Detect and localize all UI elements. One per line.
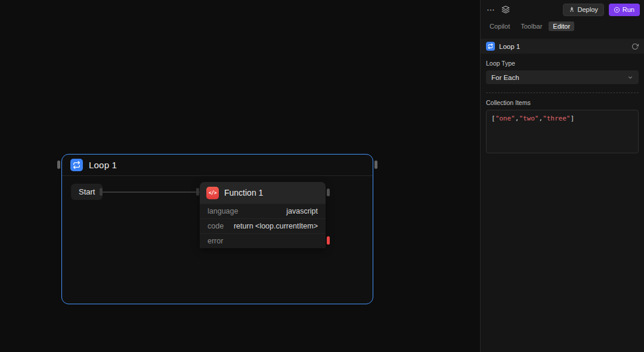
loop-output-handle[interactable] [374,160,377,169]
selected-node-bar[interactable]: Loop 1 [481,39,644,54]
row-value: javascript [286,207,318,215]
start-to-function-edge [103,192,200,193]
tab-copilot[interactable]: Copilot [485,21,514,31]
function-node-header[interactable]: </> Function 1 [200,182,326,203]
function-output-handle[interactable] [327,189,330,196]
run-button-label: Run [623,6,634,13]
layers-icon[interactable] [501,5,510,14]
code-token: "three" [543,115,570,122]
row-key: code [208,222,224,230]
function-row-language[interactable]: language javascript [200,203,326,218]
function-input-handle[interactable] [196,188,199,196]
loop-repeat-icon [70,159,83,171]
row-key: language [208,207,238,215]
loop-type-value: For Each [491,74,519,81]
dashed-divider [486,92,639,93]
loop-input-handle[interactable] [57,160,60,169]
collection-items-label: Collection Items [486,99,639,106]
loop-node-title: Loop 1 [89,160,117,170]
row-value: return <loop.currentItem> [234,222,318,230]
sidebar-toolbar: ⋯ Deploy [481,0,644,19]
refresh-icon[interactable] [631,43,639,50]
workflow-app: Loop 1 Start </> Function 1 language [0,0,644,352]
code-token: [ [491,115,496,122]
deploy-button-label: Deploy [578,6,598,13]
node-editor-form: Loop Type For Each Collection Items ["on… [481,60,644,153]
loop-type-select[interactable]: For Each [486,70,639,84]
start-node-label: Start [79,187,95,196]
right-sidebar: ⋯ Deploy [480,0,644,352]
run-button[interactable]: Run [609,4,640,16]
tab-editor[interactable]: Editor [549,21,574,31]
function-error-handle[interactable] [327,236,330,245]
loop-node[interactable]: Loop 1 Start </> Function 1 language [61,154,373,304]
sidebar-tabs: Copilot Toolbar Editor [481,20,644,33]
selected-node-title: Loop 1 [499,43,627,50]
tab-toolbar[interactable]: Toolbar [516,21,546,31]
more-options-button[interactable]: ⋯ [485,4,497,15]
chevron-down-icon [627,75,633,81]
code-token: "one" [496,115,515,122]
deploy-button[interactable]: Deploy [563,4,604,16]
code-token: ] [570,115,574,122]
play-icon [614,7,620,13]
function-node-title: Function 1 [224,188,263,197]
loop-type-label: Loop Type [486,60,639,67]
function-code-icon: </> [206,187,219,199]
function-node[interactable]: </> Function 1 language javascript code … [200,182,326,248]
function-row-code[interactable]: code return <loop.currentItem> [200,218,326,233]
code-token: "two" [519,115,538,122]
collection-items-input[interactable]: ["one","two","three"] [486,110,639,153]
rocket-icon [569,7,575,13]
row-key: error [208,237,223,245]
loop-node-header[interactable]: Loop 1 [62,155,373,176]
start-node[interactable]: Start [71,184,103,200]
loop-node-mini-icon [486,42,495,51]
function-row-error[interactable]: error [200,233,326,248]
